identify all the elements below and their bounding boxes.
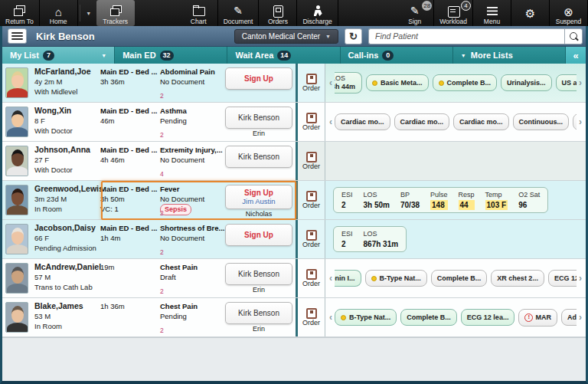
return-to-label: Return To	[5, 18, 34, 25]
scroll-left-icon[interactable]: ‹	[327, 117, 335, 127]
patient-row-johnson[interactable]: Johnson,Anna 27 F With Doctor Main ED - …	[2, 142, 586, 181]
sign-up-button[interactable]: Sign Up Jim Austin	[225, 185, 292, 209]
order-status-pill[interactable]: ! MAR	[518, 309, 557, 327]
order-pad-icon[interactable]	[306, 152, 317, 162]
chief-complaint: Asthma	[160, 106, 222, 116]
note-count: 2	[160, 208, 164, 218]
list-tabs: My List 7 ▼ Main ED 32 Wait Area 14 Call…	[2, 47, 586, 64]
document-status: Pending	[160, 311, 222, 321]
tab-main-ed[interactable]: Main ED 32	[115, 47, 227, 64]
los-card[interactable]: LOS 3h 44m	[335, 72, 362, 94]
order-pad-icon[interactable]	[306, 191, 317, 202]
scroll-left-icon[interactable]: ‹	[327, 312, 335, 323]
order-status-pill[interactable]: Continuous...	[513, 113, 570, 130]
status-dot-icon	[341, 315, 346, 320]
menu-button[interactable]: Menu	[473, 0, 511, 26]
settings-button[interactable]: ⚙	[511, 0, 550, 26]
order-status-pill[interactable]: Urinalysis...	[501, 74, 552, 91]
empty-list-area	[2, 337, 586, 381]
order-pad-icon[interactable]	[306, 74, 317, 84]
trackers-button[interactable]: Trackers	[96, 0, 135, 26]
patient-photo	[5, 146, 28, 176]
refresh-button[interactable]: ↻	[345, 28, 362, 44]
patient-row-wong[interactable]: Wong,Xin 8 F With Doctor Main ED - Bed .…	[2, 103, 586, 142]
order-label: Order	[302, 280, 320, 287]
assigned-provider-button[interactable]: Kirk Benson	[225, 263, 292, 285]
document-button[interactable]: ✎ Document	[218, 0, 260, 26]
order-status-pill[interactable]: Complete B...	[400, 309, 457, 326]
assigned-provider-button[interactable]: Kirk Benson	[225, 107, 292, 129]
collapse-panel-button[interactable]: «	[566, 47, 586, 64]
scroll-right-icon[interactable]: ›	[577, 312, 584, 323]
scroll-left-icon[interactable]: ‹	[327, 273, 335, 284]
discharge-person-icon	[310, 5, 325, 17]
tab-call-ins[interactable]: Call-ins 0	[341, 47, 453, 64]
patient-row-mcandrew[interactable]: McAndrew,Daniel 57 M Trans to Cath Lab 1…	[2, 259, 586, 298]
order-pad-icon[interactable]	[306, 308, 317, 319]
patient-row-greenwood[interactable]: Greenwood,Lewis 3m 23d M In Room Main ED…	[2, 181, 586, 220]
discharge-button[interactable]: Discharge	[297, 0, 338, 26]
patient-row-mcfarland[interactable]: McFarland,Joe 4y 2m M With Midlevel Main…	[2, 64, 586, 103]
tab-label: Wait Area	[235, 51, 273, 60]
patient-row-blake[interactable]: Blake,James 53 M In Room 1h 36m Chest Pa…	[2, 298, 586, 337]
patient-search	[368, 28, 583, 44]
suspend-button[interactable]: ⊗ Suspend	[550, 0, 588, 26]
patient-name: Blake,James	[34, 301, 99, 311]
bed-label: Main ED - Bed ...	[100, 145, 149, 155]
sign-button[interactable]: 28 ✎ Sign	[396, 0, 434, 26]
sepsis-flag[interactable]: Sepsis	[160, 204, 191, 215]
patient-status: Pending Admission	[34, 243, 99, 253]
scroll-left-icon[interactable]: ‹	[327, 77, 335, 88]
order-status-pill[interactable]: Cardiac mo...	[453, 113, 509, 130]
order-status-pill[interactable]: Complete B...	[431, 270, 488, 287]
order-pad-icon[interactable]	[306, 113, 317, 123]
search-magnifier-icon[interactable]	[564, 28, 583, 44]
workload-button[interactable]: 4 Workload	[434, 0, 473, 26]
tab-wait-area[interactable]: Wait Area 14	[227, 47, 340, 64]
chief-complaint: Shortness of Bre...	[160, 223, 222, 233]
order-status-pill[interactable]: Admit as I...	[561, 309, 577, 326]
chevron-down-icon[interactable]: ▼	[101, 53, 106, 58]
status-dot-icon	[372, 80, 377, 86]
order-status-pill[interactable]: Cardiac mo...	[394, 113, 450, 130]
order-status-pill[interactable]: onin I...	[335, 270, 361, 287]
order-status-pill[interactable]: Complete B...	[433, 74, 498, 91]
order-pad-icon[interactable]	[306, 230, 317, 241]
sign-up-button[interactable]: Sign Up	[225, 67, 292, 90]
department-selector[interactable]: Canton Medical Center ▼	[234, 29, 338, 44]
assigned-provider-button[interactable]: Kirk Benson	[225, 146, 292, 168]
patient-age-sex: 27 F	[34, 155, 99, 165]
order-status-pill[interactable]: Cardiac mo...	[335, 113, 390, 130]
order-status-pill[interactable]: Basic Meta...	[366, 74, 429, 91]
order-status-pill[interactable]: B-Type Nat...	[335, 309, 397, 326]
los-time: 19m	[100, 262, 149, 272]
document-status: Pending	[160, 116, 222, 126]
chief-complaint: Abdominal Pain	[160, 67, 222, 77]
chart-button[interactable]: Chart	[180, 0, 218, 26]
return-to-button[interactable]: Return To	[0, 0, 40, 26]
chart-label: Chart	[191, 18, 207, 25]
chevron-down-icon: ▼	[461, 53, 466, 58]
assigned-provider-button[interactable]: Kirk Benson	[225, 302, 292, 324]
find-patient-input[interactable]	[368, 28, 564, 44]
home-dropdown-button[interactable]: ▼	[82, 0, 96, 26]
order-status-pill[interactable]: XR chest 2...	[491, 270, 544, 287]
hamburger-menu-button[interactable]	[8, 28, 27, 44]
patient-row-jacobson[interactable]: Jacobson,Daisy 66 F Pending Admission Ma…	[2, 220, 586, 259]
scroll-right-icon[interactable]: ›	[577, 77, 584, 88]
order-status-pill[interactable]: B-Type Nat...	[365, 270, 427, 287]
vitals-card[interactable]: ESI2 LOS3h 50m BP70/38 Pulse148 Resp44 T…	[333, 187, 548, 213]
tab-my-list[interactable]: My List 7 ▼	[2, 47, 115, 64]
home-button[interactable]: ⌂ Home	[40, 0, 78, 26]
orders-button[interactable]: Orders	[259, 0, 297, 26]
order-status-pill[interactable]: ECG 12 lea...	[461, 309, 515, 326]
order-status-pill[interactable]: US abdomen	[556, 74, 577, 91]
scroll-right-icon[interactable]: ›	[577, 117, 584, 127]
esi-los-card[interactable]: ESI2 LOS867h 31m	[333, 226, 407, 252]
order-pad-icon[interactable]	[306, 269, 317, 280]
document-label: Document	[224, 18, 253, 25]
sign-up-button[interactable]: Sign Up	[225, 224, 292, 246]
tab-more-lists[interactable]: ▼ More Lists	[453, 47, 566, 64]
order-status-pill[interactable]: ECG 12 lea...	[548, 270, 577, 287]
scroll-right-icon[interactable]: ›	[577, 273, 584, 284]
